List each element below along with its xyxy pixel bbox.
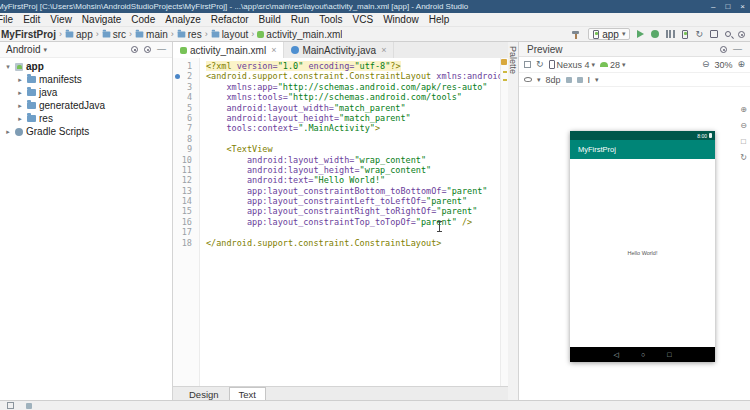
profiler-icon[interactable] (666, 30, 675, 38)
code-line[interactable]: xmlns:tools="http://schemas.android.com/… (206, 92, 500, 102)
tree-chevron-icon[interactable]: ▸ (16, 115, 24, 123)
code-line[interactable]: <?xml version="1.0" encoding="utf-8"?> (206, 61, 500, 71)
code-line[interactable]: app:layout_constraintRight_toRightOf="pa… (206, 206, 500, 216)
hide-panel-icon[interactable]: — (157, 45, 166, 54)
design-surface-icon[interactable] (524, 61, 531, 68)
zoom-out-icon[interactable]: ⊖ (702, 60, 710, 69)
close-button[interactable]: × (740, 2, 745, 11)
sync-project-icon[interactable]: ↻ (695, 30, 703, 39)
refresh-icon[interactable]: ↻ (740, 153, 747, 162)
panel-settings-icon[interactable] (144, 46, 151, 53)
code-line[interactable]: app:layout_constraintTop_toTopOf="parent… (206, 217, 500, 227)
menu-analyze[interactable]: Analyze (160, 14, 206, 25)
menu-file[interactable]: File (0, 14, 18, 25)
code-line[interactable]: </android.support.constraint.ConstraintL… (206, 238, 500, 248)
code-line[interactable] (206, 227, 500, 237)
blueprint-view-icon[interactable] (577, 77, 583, 83)
zoom-in-icon[interactable]: ⊕ (740, 105, 747, 114)
menu-refactor[interactable]: Refactor (206, 14, 254, 25)
code-line[interactable]: <android.support.constraint.ConstraintLa… (206, 71, 500, 81)
device-select[interactable]: Nexus 4 ▾ (549, 60, 596, 70)
zoom-in-icon[interactable]: ⊕ (737, 60, 745, 69)
breadcrumb-item[interactable]: app (65, 29, 93, 40)
editor-tab[interactable]: MainActivity.java× (284, 42, 394, 58)
preview-canvas[interactable]: 8:00 MyFirstProj Hello World! ◁ ○ □ ⊕ ⊖ (519, 87, 750, 400)
text-style-select[interactable]: I (588, 75, 591, 85)
code-line[interactable] (206, 134, 500, 144)
palette-vertical-tab[interactable]: Palette (508, 42, 519, 400)
breadcrumb-item[interactable]: src (102, 29, 126, 40)
menu-code[interactable]: Code (126, 14, 160, 25)
run-button[interactable] (637, 30, 644, 38)
toolwindow-toggle-icon[interactable] (7, 402, 14, 409)
menu-run[interactable]: Run (286, 14, 314, 25)
minimize-button[interactable]: – (711, 2, 715, 11)
code-line[interactable]: app:layout_constraintBottom_toBottomOf="… (206, 186, 500, 196)
hide-preview-icon[interactable]: — (733, 45, 742, 54)
preview-settings-icon[interactable] (720, 46, 727, 53)
default-margin-select[interactable]: 8dp (546, 75, 561, 85)
code-line[interactable]: android:layout_height="match_parent" (206, 113, 500, 123)
menu-view[interactable]: View (45, 14, 77, 25)
code-line[interactable]: <TextView (206, 144, 500, 154)
zoom-out-icon[interactable]: ⊖ (740, 121, 747, 130)
editor-tab[interactable]: activity_main.xml× (173, 42, 284, 58)
code-line[interactable]: app:layout_constraintLeft_toLeftOf="pare… (206, 196, 500, 206)
locate-file-icon[interactable] (131, 46, 138, 53)
menu-navigate[interactable]: Navigate (77, 14, 126, 25)
editor-mode-tab-text[interactable]: Text (229, 387, 266, 400)
tree-item-app[interactable]: ▾app (0, 60, 172, 73)
view-options-icon[interactable] (524, 77, 532, 82)
maximize-button[interactable]: □ (725, 2, 730, 11)
inspections-indicator-icon[interactable] (501, 59, 507, 65)
breadcrumb-item[interactable]: res (177, 29, 202, 40)
tree-chevron-icon[interactable]: ▸ (16, 89, 24, 97)
code-lines[interactable]: <?xml version="1.0" encoding="utf-8"?><a… (201, 58, 500, 386)
zoom-fit-icon[interactable]: □ (741, 137, 746, 146)
code-line[interactable]: xmlns:app="http://schemas.android.com/ap… (206, 82, 500, 92)
menu-window[interactable]: Window (378, 14, 424, 25)
run-config-select[interactable]: app ▾ (588, 28, 630, 40)
code-line[interactable]: tools:context=".MainActivity"> (206, 123, 500, 133)
editor-mode-tab-design[interactable]: Design (179, 387, 229, 400)
tree-item-java[interactable]: ▸java (0, 86, 172, 99)
breadcrumb-item[interactable]: layout (211, 29, 249, 40)
code-line[interactable]: android:text="Hello World!" (206, 175, 500, 185)
code-editor[interactable]: 123456789101112131415161718 <?xml versio… (173, 58, 508, 386)
menu-build[interactable]: Build (254, 14, 286, 25)
tree-chevron-icon[interactable]: ▸ (4, 128, 12, 136)
close-tab-icon[interactable]: × (381, 45, 386, 55)
code-line[interactable]: android:layout_height="wrap_content" (206, 165, 500, 175)
build-icon[interactable] (571, 30, 581, 39)
close-tab-icon[interactable]: × (271, 45, 276, 55)
gutter-marker-icon[interactable] (175, 74, 180, 79)
tree-item-gradle-scripts[interactable]: ▸Gradle Scripts (0, 125, 172, 138)
settings-icon[interactable] (738, 31, 745, 38)
menu-edit[interactable]: Edit (18, 14, 45, 25)
project-view-selector[interactable]: Android (6, 44, 40, 55)
design-view-icon[interactable] (566, 77, 572, 83)
sdk-manager-icon[interactable] (710, 30, 718, 38)
breadcrumb-item[interactable]: main (135, 29, 168, 40)
api-level-select[interactable]: 28 ▾ (600, 60, 626, 70)
tree-item-res[interactable]: ▸res (0, 112, 172, 125)
breadcrumb-item[interactable]: MyFirstProj (1, 29, 56, 40)
tree-item-generatedjava[interactable]: ▸generatedJava (0, 99, 172, 112)
statusbar-messages-icon[interactable] (26, 403, 32, 409)
tree-chevron-icon[interactable]: ▾ (4, 63, 12, 71)
menu-help[interactable]: Help (424, 14, 455, 25)
tree-chevron-icon[interactable]: ▸ (16, 102, 24, 110)
tree-item-manifests[interactable]: ▸manifests (0, 73, 172, 86)
titlebar[interactable]: MyFirstProj [C:\Users\Mohsin\AndroidStud… (0, 0, 750, 13)
code-line[interactable]: android:layout_width="match_parent" (206, 103, 500, 113)
editor-scrollbar[interactable] (500, 58, 508, 386)
menu-vcs[interactable]: VCS (348, 14, 379, 25)
menu-tools[interactable]: Tools (314, 14, 347, 25)
avd-manager-icon[interactable] (682, 30, 688, 39)
search-icon[interactable] (725, 31, 731, 37)
refresh-preview-icon[interactable]: ↻ (536, 60, 544, 69)
breadcrumb-item[interactable]: activity_main.xml (257, 29, 342, 40)
code-line[interactable]: android:layout_width="wrap_content" (206, 155, 500, 165)
debug-button[interactable] (651, 30, 659, 38)
tree-chevron-icon[interactable]: ▸ (16, 76, 24, 84)
